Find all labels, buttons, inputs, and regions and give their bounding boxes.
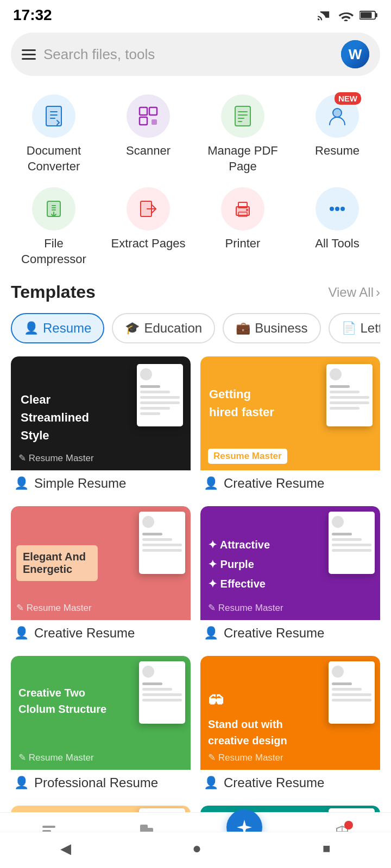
template-label: Creative Resume — [224, 626, 324, 641]
status-bar: 17:32 — [0, 0, 391, 28]
letter-tab-icon: 📄 — [342, 321, 356, 335]
business-tab-icon: 💼 — [236, 321, 250, 335]
templates-section: Templates View All › 👤 Resume 🎓 Educatio… — [0, 282, 391, 849]
svg-rect-8 — [152, 119, 157, 125]
svg-rect-5 — [140, 107, 147, 115]
hamburger-menu-icon[interactable] — [22, 49, 36, 60]
section-header: Templates View All › — [11, 282, 380, 302]
wifi-icon — [338, 9, 354, 21]
tool-doc-converter[interactable]: DocumentConverter — [9, 90, 99, 178]
status-time: 17:32 — [13, 7, 52, 24]
letter-tab-label: Letter — [361, 321, 380, 336]
view-all-label: View All — [328, 285, 374, 300]
svg-rect-6 — [149, 107, 157, 115]
education-tab-label: Education — [144, 321, 202, 336]
app-logo[interactable]: W — [341, 40, 369, 68]
category-tabs: 👤 Resume 🎓 Education 💼 Business 📄 Letter — [11, 313, 380, 343]
section-title: Templates — [11, 282, 96, 302]
recents-button[interactable]: ■ — [323, 841, 331, 856]
tab-resume[interactable]: 👤 Resume — [11, 313, 104, 343]
template-creative-resume-2-name: 👤 Creative Resume — [11, 620, 191, 646]
tool-doc-converter-label: DocumentConverter — [27, 143, 81, 174]
battery-icon — [360, 9, 378, 21]
tool-extract-pages[interactable]: Extract Pages — [103, 183, 193, 271]
template-simple-resume-name: 👤 Simple Resume — [11, 470, 191, 496]
tool-printer[interactable]: Printer — [198, 183, 288, 271]
search-bar-container: Search files, tools W — [0, 28, 391, 85]
resume-tab-icon: 👤 — [24, 321, 39, 335]
tool-printer-label: Printer — [225, 236, 261, 252]
svg-rect-25 — [42, 826, 55, 828]
search-bar[interactable]: Search files, tools W — [11, 33, 380, 76]
tool-extract-pages-label: Extract Pages — [111, 236, 186, 252]
template-professional-resume-name: 👤 Professional Resume — [11, 770, 191, 796]
template-icon: 👤 — [14, 776, 29, 790]
search-placeholder[interactable]: Search files, tools — [43, 46, 333, 63]
cast-icon — [317, 9, 332, 21]
template-label: Creative Resume — [224, 775, 324, 790]
template-icon: 👤 — [14, 476, 29, 490]
svg-rect-2 — [361, 12, 372, 18]
status-icons — [317, 9, 378, 21]
android-nav-bar: ◀ ● ■ — [0, 832, 391, 868]
template-label: Creative Resume — [34, 626, 135, 641]
back-button[interactable]: ◀ — [60, 840, 71, 857]
tool-all-tools-label: All Tools — [315, 236, 360, 252]
template-creative-resume-1[interactable]: Gettinghired faster Resume Master 👤 Crea… — [200, 356, 380, 496]
view-all-button[interactable]: View All › — [328, 285, 380, 300]
tool-all-tools[interactable]: All Tools — [292, 183, 382, 271]
svg-rect-1 — [375, 13, 377, 17]
template-icon: 👤 — [204, 776, 218, 790]
tool-manage-pdf-label: Manage PDFPage — [207, 143, 278, 174]
tab-letter[interactable]: 📄 Letter — [329, 313, 380, 343]
svg-point-23 — [335, 207, 339, 211]
template-icon: 👤 — [204, 476, 218, 490]
home-button[interactable]: ● — [192, 840, 201, 857]
template-professional-resume[interactable]: Creative TwoClolum Structure ✎ Resume Ma… — [11, 656, 191, 796]
education-tab-icon: 🎓 — [125, 321, 140, 335]
template-icon: 👤 — [14, 626, 29, 640]
tool-resume[interactable]: NEW Resume — [292, 90, 382, 178]
template-grid: ClearStreamlinedStyle ✎ Resume Master 👤 — [11, 356, 380, 849]
template-creative-resume-2[interactable]: Elegant And Energetic ✎ Resume Master 👤 … — [11, 506, 191, 646]
template-creative-resume-3[interactable]: ✦ Attractive✦ Purple✦ Effective ✎ Resume… — [200, 506, 380, 646]
template-creative-resume-1-name: 👤 Creative Resume — [200, 470, 380, 496]
template-creative-resume-4-name: 👤 Creative Resume — [200, 770, 380, 796]
tool-file-compressor[interactable]: FileCompressor — [9, 183, 99, 271]
tab-education[interactable]: 🎓 Education — [112, 313, 215, 343]
template-creative-resume-4[interactable]: 🕶 Stand out withcreative design ✎ Resume… — [200, 656, 380, 796]
tool-scanner[interactable]: Scanner — [103, 90, 193, 178]
tools-grid: DocumentConverter Scanner Manage PDFPage… — [0, 85, 391, 282]
tab-business[interactable]: 💼 Business — [223, 313, 320, 343]
template-label: Professional Resume — [34, 775, 158, 790]
svg-rect-7 — [140, 117, 147, 125]
svg-rect-9 — [235, 106, 250, 126]
template-simple-resume[interactable]: ClearStreamlinedStyle ✎ Resume Master 👤 — [11, 356, 191, 496]
template-label: Creative Resume — [224, 476, 324, 491]
template-icon: 👤 — [204, 626, 218, 640]
resume-tab-label: Resume — [43, 321, 91, 336]
resume-badge: NEW — [335, 92, 361, 105]
template-creative-resume-3-name: 👤 Creative Resume — [200, 620, 380, 646]
svg-point-21 — [246, 209, 248, 211]
svg-point-22 — [330, 207, 334, 211]
tool-file-compressor-label: FileCompressor — [21, 236, 86, 267]
template-label: Simple Resume — [34, 476, 126, 491]
business-tab-label: Business — [255, 321, 307, 336]
chevron-right-icon: › — [376, 285, 380, 300]
tool-resume-label: Resume — [315, 143, 360, 159]
tool-scanner-label: Scanner — [126, 143, 171, 159]
tool-manage-pdf[interactable]: Manage PDFPage — [198, 90, 288, 178]
svg-point-24 — [340, 207, 345, 211]
wps-pro-badge — [344, 821, 353, 829]
